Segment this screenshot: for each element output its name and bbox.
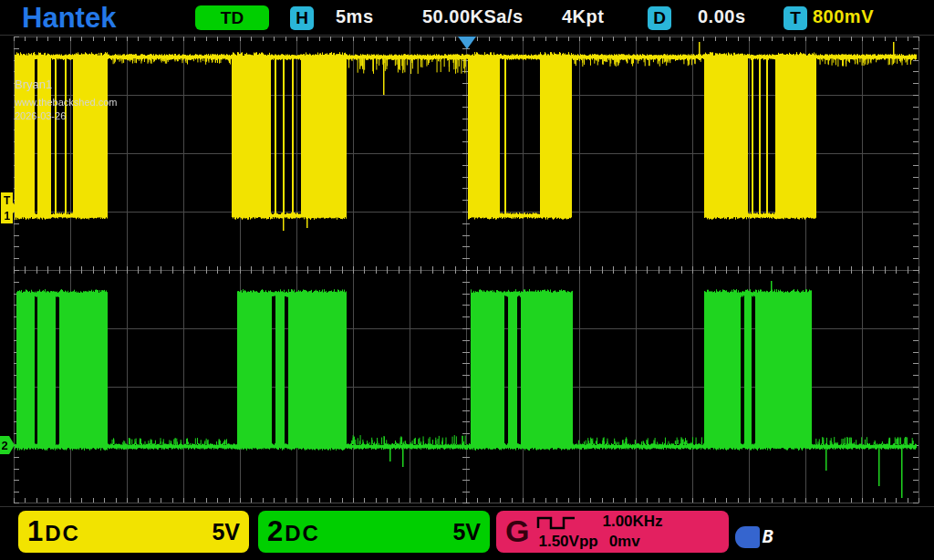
ch1-marker-label: 1 [5, 210, 11, 223]
annotation-username: Bryan1 [15, 78, 52, 91]
ch1-position-marker[interactable]: T 1 [1, 192, 17, 223]
ch1-coupling: DC [45, 521, 80, 546]
ch2-number: 2 [267, 515, 283, 548]
waveform-display [0, 36, 934, 504]
usb-device-icon [735, 526, 760, 548]
annotation-date: 2026-03-26 [15, 110, 66, 121]
horizontal-offset-readout: 0.00s [698, 6, 746, 27]
record-length-readout: 4Kpt [562, 6, 604, 27]
ch2-position-marker[interactable]: 2 [0, 436, 15, 454]
usb-device-label: B [763, 525, 773, 547]
acquisition-mode-badge[interactable]: TD [195, 5, 269, 30]
sample-rate-readout: 50.00KSa/s [422, 6, 524, 27]
waveform-screen: Bryan1 www.thebackshed.com 2026-03-26 T … [0, 36, 934, 504]
generator-amplitude: 1.50Vpp [538, 533, 597, 551]
annotation-website: www.thebackshed.com [15, 97, 118, 108]
header-bar: Hantek TD H 5ms 50.00KSa/s 4Kpt D 0.00s … [0, 0, 934, 36]
oscilloscope-app: Hantek TD H 5ms 50.00KSa/s 4Kpt D 0.00s … [0, 0, 934, 560]
header-separator [0, 35, 934, 36]
generator-badge[interactable]: G 1.00KHz 1.50Vpp 0mv [496, 511, 729, 553]
generator-frequency: 1.00KHz [602, 513, 662, 531]
timebase-readout: 5ms [336, 6, 374, 27]
generator-readouts: 1.00KHz 1.50Vpp 0mv [536, 512, 719, 552]
ch1-number: 1 [27, 515, 43, 548]
trigger-level-marker-label: T [4, 194, 11, 207]
horizontal-icon: H [290, 6, 314, 30]
generator-label: G [505, 513, 529, 549]
ch2-coupling: DC [285, 521, 320, 546]
generator-offset: 0mv [609, 533, 640, 551]
ch2-scale: 5V [452, 519, 481, 545]
footer-separator [0, 506, 934, 507]
ch2-badge[interactable]: 2 DC 5V [258, 511, 490, 553]
trigger-level-readout: 800mV [813, 6, 874, 27]
ch1-scale: 5V [212, 519, 240, 545]
hantek-logo: Hantek [22, 2, 116, 35]
delay-icon: D [648, 6, 671, 30]
trigger-position-marker[interactable] [458, 36, 476, 49]
trigger-icon: T [784, 6, 807, 30]
ch2-marker-label: 2 [2, 439, 8, 452]
square-wave-icon [536, 514, 576, 530]
ch1-badge[interactable]: 1 DC 5V [18, 511, 249, 553]
